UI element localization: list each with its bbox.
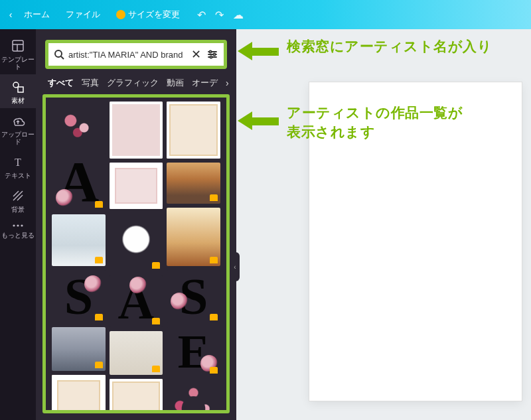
element-tile[interactable]: E xyxy=(167,327,220,376)
resize-button[interactable]: サイズを変更 xyxy=(108,0,188,29)
element-tile[interactable]: A xyxy=(52,153,106,210)
element-tile[interactable]: S xyxy=(52,270,106,323)
element-tile[interactable] xyxy=(52,214,106,266)
sidebar-item-label: アップロード xyxy=(0,131,36,145)
top-bar: ‹ ホーム ファイル サイズを変更 ↶ ↷ ☁ xyxy=(0,0,531,29)
premium-badge-icon xyxy=(152,318,160,324)
sidebar-item-templates[interactable]: テンプレート xyxy=(0,33,36,74)
premium-badge-icon xyxy=(210,257,218,263)
element-tile[interactable]: S xyxy=(167,270,220,323)
panel-collapse-handle[interactable]: ‹ xyxy=(230,252,240,281)
svg-rect-0 xyxy=(13,40,23,51)
undo-icon[interactable]: ↶ xyxy=(197,9,206,21)
upload-icon xyxy=(11,113,25,128)
element-tile[interactable] xyxy=(167,208,220,266)
home-tab[interactable]: ホーム xyxy=(16,0,58,29)
premium-badge-icon xyxy=(152,262,160,269)
element-tile[interactable] xyxy=(110,213,163,271)
search-icon xyxy=(52,48,66,61)
elements-icon xyxy=(11,80,25,94)
sidebar-item-label: テンプレート xyxy=(0,56,36,70)
svg-point-18 xyxy=(213,53,215,55)
svg-line-6 xyxy=(13,191,23,200)
sidebar-item-upload[interactable]: アップロード xyxy=(0,108,36,149)
element-tile[interactable] xyxy=(167,102,220,159)
element-tile[interactable] xyxy=(167,380,220,413)
tab-video[interactable]: 動画 xyxy=(167,77,184,89)
annotation-text: 検索窓にアーティスト名が入り xyxy=(287,37,492,56)
tab-audio[interactable]: オーデ xyxy=(192,77,218,89)
tab-graphic[interactable]: グラフィック xyxy=(107,77,159,89)
sidebar-item-background[interactable]: 背景 xyxy=(0,183,36,217)
crown-icon xyxy=(116,10,125,19)
svg-rect-4 xyxy=(18,87,23,92)
sidebar-item-more[interactable]: もっと見る xyxy=(0,217,36,243)
canvas-area[interactable] xyxy=(236,29,531,420)
svg-point-10 xyxy=(17,224,19,226)
premium-badge-icon xyxy=(95,314,103,320)
premium-badge-icon xyxy=(95,257,103,263)
sidebar-item-label: テキスト xyxy=(0,172,36,179)
svg-point-9 xyxy=(13,224,15,226)
more-icon xyxy=(11,222,25,229)
premium-badge-icon xyxy=(210,194,218,201)
tabs-scroll-right-icon[interactable]: › xyxy=(226,78,229,88)
sidebar-item-text[interactable]: T テキスト xyxy=(0,149,36,183)
sidebar-item-elements[interactable]: 素材 xyxy=(0,74,36,108)
sidebar-item-label: 背景 xyxy=(0,206,36,213)
file-tab[interactable]: ファイル xyxy=(58,0,108,29)
svg-point-19 xyxy=(210,56,212,58)
sidebar-item-label: 素材 xyxy=(0,97,36,104)
svg-text:T: T xyxy=(15,157,21,168)
element-tile[interactable] xyxy=(110,163,163,209)
element-tile[interactable] xyxy=(52,327,106,371)
element-tile[interactable] xyxy=(52,102,106,149)
sidebar-item-label: もっと見る xyxy=(0,232,36,239)
element-tile[interactable] xyxy=(110,331,163,375)
elements-panel: ✕ すべて 写真 グラフィック 動画 オーデ › A S xyxy=(36,29,236,420)
element-tile[interactable] xyxy=(110,379,163,413)
text-icon: T xyxy=(11,155,25,169)
cloud-sync-icon[interactable]: ☁ xyxy=(233,9,244,21)
premium-badge-icon xyxy=(95,362,103,368)
premium-badge-icon xyxy=(95,201,103,208)
premium-badge-icon xyxy=(152,366,160,372)
left-sidebar: テンプレート 素材 アップロード T テキスト 背景 もっと見る xyxy=(0,29,36,420)
element-tile[interactable]: A xyxy=(110,275,163,327)
element-tile[interactable] xyxy=(110,102,163,159)
annotation-text: アーティストの作品一覧が 表示されます xyxy=(287,104,463,141)
clear-search-icon[interactable]: ✕ xyxy=(187,47,205,62)
search-box: ✕ xyxy=(45,40,227,69)
svg-point-11 xyxy=(21,224,23,226)
search-input[interactable] xyxy=(66,50,187,60)
element-tile[interactable] xyxy=(167,163,220,204)
tab-all[interactable]: すべて xyxy=(48,77,74,89)
background-icon xyxy=(11,188,25,203)
back-chevron-icon[interactable]: ‹ xyxy=(5,9,16,20)
svg-point-12 xyxy=(55,50,62,57)
premium-badge-icon xyxy=(210,314,218,320)
category-tabs: すべて 写真 グラフィック 動画 オーデ › xyxy=(36,74,236,94)
tab-photo[interactable]: 写真 xyxy=(82,77,99,89)
premium-badge-icon xyxy=(210,367,218,374)
resize-label: サイズを変更 xyxy=(128,9,180,21)
redo-icon[interactable]: ↷ xyxy=(215,9,224,21)
template-icon xyxy=(11,38,25,53)
element-tile[interactable] xyxy=(52,375,106,413)
filter-icon[interactable] xyxy=(205,47,220,62)
svg-line-13 xyxy=(61,56,64,59)
results-grid: A S A S E xyxy=(42,94,230,413)
svg-point-17 xyxy=(209,50,211,52)
